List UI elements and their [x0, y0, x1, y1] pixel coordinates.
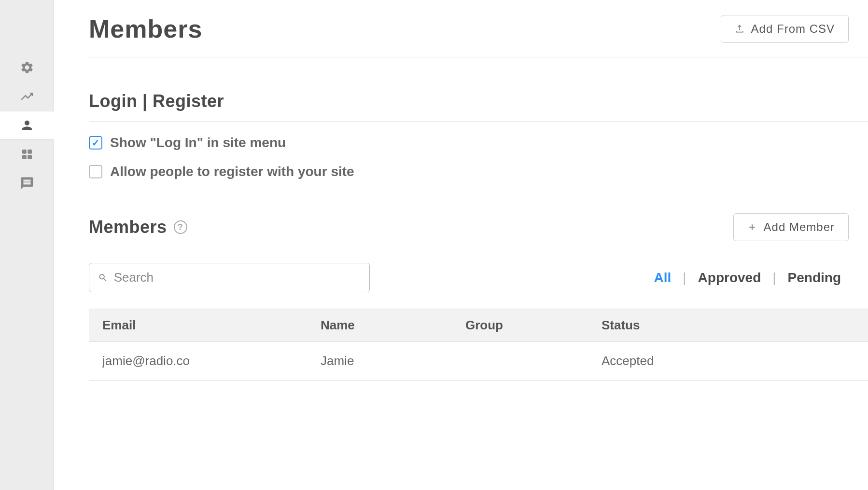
- login-register-section: Login | Register Show "Log In" in site m…: [89, 91, 868, 179]
- add-member-label: Add Member: [764, 220, 835, 234]
- allow-register-checkbox[interactable]: [89, 165, 102, 178]
- svg-rect-1: [28, 150, 32, 154]
- gear-icon: [20, 60, 34, 75]
- add-from-csv-label: Add From CSV: [751, 22, 835, 36]
- trend-icon: [20, 89, 34, 104]
- sidebar: [0, 0, 54, 490]
- col-header-group: Group: [465, 318, 602, 333]
- svg-rect-3: [28, 155, 32, 159]
- table-header: Email Name Group Status: [89, 309, 868, 342]
- col-header-email: Email: [102, 318, 321, 333]
- cell-group: [465, 354, 602, 368]
- col-header-name: Name: [321, 318, 465, 333]
- search-box[interactable]: [89, 263, 370, 292]
- sidebar-item-members[interactable]: [0, 111, 54, 140]
- add-member-button[interactable]: Add Member: [733, 213, 849, 241]
- help-icon[interactable]: ?: [174, 220, 187, 234]
- search-icon: [98, 272, 108, 283]
- person-icon: [20, 118, 34, 133]
- login-register-header: Login | Register: [89, 91, 868, 122]
- search-filter-row: All | Approved | Pending: [89, 263, 868, 292]
- members-section-title: Members ?: [89, 217, 187, 237]
- upload-icon: [735, 24, 744, 34]
- members-section: Members ? Add Member All | Approved | Pe…: [89, 213, 868, 381]
- plus-icon: [747, 222, 757, 232]
- cell-email: jamie@radio.co: [102, 354, 321, 368]
- cell-status: Accepted: [602, 354, 854, 368]
- members-title-text: Members: [89, 217, 167, 237]
- show-login-label: Show "Log In" in site menu: [110, 135, 286, 150]
- col-header-status: Status: [602, 318, 854, 333]
- add-from-csv-button[interactable]: Add From CSV: [721, 15, 849, 43]
- chat-icon: [20, 176, 34, 191]
- filter-separator: |: [683, 270, 686, 286]
- sidebar-item-apps[interactable]: [0, 140, 54, 169]
- sidebar-item-comments[interactable]: [0, 169, 54, 198]
- allow-register-label: Allow people to register with your site: [110, 164, 354, 179]
- members-table: Email Name Group Status jamie@radio.co J…: [89, 309, 868, 381]
- cell-name: Jamie: [321, 354, 465, 368]
- search-input[interactable]: [114, 270, 361, 285]
- login-register-title: Login | Register: [89, 91, 224, 111]
- filter-all[interactable]: All: [654, 270, 672, 286]
- sidebar-item-analytics[interactable]: [0, 82, 54, 111]
- show-login-row: Show "Log In" in site menu: [89, 135, 868, 150]
- filter-pending[interactable]: Pending: [788, 270, 841, 286]
- page-header: Members Add From CSV: [89, 14, 868, 57]
- filter-approved[interactable]: Approved: [698, 270, 761, 286]
- allow-register-row: Allow people to register with your site: [89, 164, 868, 179]
- page-title: Members: [89, 14, 202, 43]
- main-content: Members Add From CSV Login | Register Sh…: [54, 0, 868, 490]
- grid-icon: [20, 147, 34, 162]
- filter-tabs: All | Approved | Pending: [654, 270, 841, 286]
- svg-rect-2: [22, 155, 27, 159]
- sidebar-item-settings[interactable]: [0, 53, 54, 82]
- members-section-header: Members ? Add Member: [89, 213, 868, 251]
- filter-separator: |: [772, 270, 776, 286]
- table-row[interactable]: jamie@radio.co Jamie Accepted: [89, 342, 868, 381]
- svg-rect-0: [22, 150, 27, 154]
- show-login-checkbox[interactable]: [89, 136, 102, 150]
